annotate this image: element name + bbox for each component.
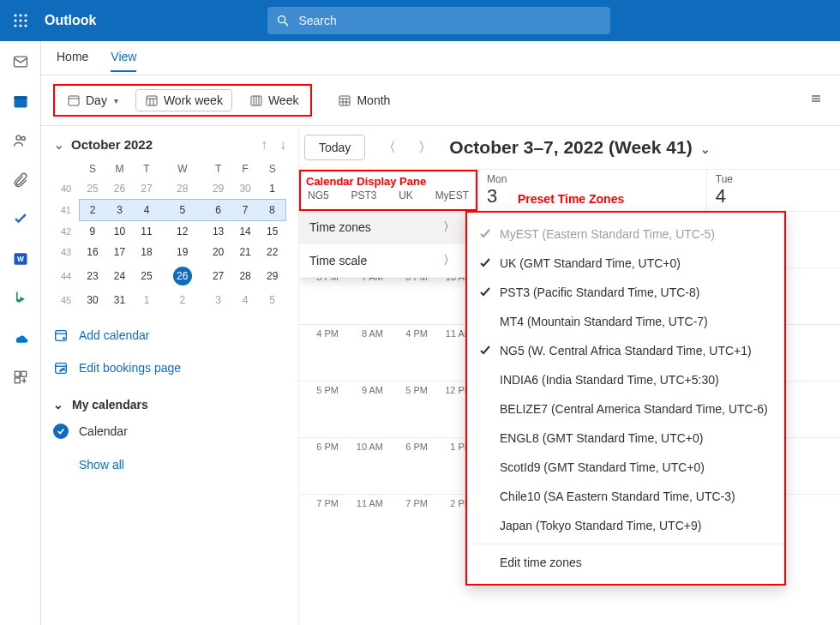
- minical-day[interactable]: 17: [106, 242, 134, 262]
- minical-day[interactable]: 23: [79, 262, 106, 290]
- view-workweek-button[interactable]: Work week: [135, 89, 232, 111]
- flyout-timezones[interactable]: Time zones 〉: [299, 211, 465, 244]
- minical-day[interactable]: 1: [133, 290, 160, 310]
- minical-day[interactable]: 8: [259, 200, 286, 221]
- minical-day[interactable]: 25: [133, 262, 160, 290]
- ribbon-overflow-button[interactable]: [809, 92, 828, 109]
- minical-day[interactable]: 21: [231, 242, 259, 262]
- minical-day[interactable]: 30: [231, 178, 259, 200]
- minical-day[interactable]: 18: [133, 242, 160, 262]
- svg-rect-11: [14, 57, 27, 67]
- rail-mail-icon[interactable]: [12, 53, 29, 70]
- date-range-button[interactable]: October 3–7, 2022 (Week 41) ⌄: [449, 137, 711, 158]
- tz-menu-item[interactable]: PST3 (Pacific Standard Time, UTC-8): [467, 278, 784, 307]
- calendar-checkbox[interactable]: [53, 424, 69, 439]
- view-week-button[interactable]: Week: [241, 89, 308, 111]
- tab-home[interactable]: Home: [57, 50, 88, 70]
- minical-day[interactable]: 11: [133, 221, 160, 243]
- minical-day[interactable]: 3: [106, 200, 134, 221]
- minical-day[interactable]: 4: [231, 290, 259, 310]
- rail-calendar-icon[interactable]: [12, 93, 29, 110]
- minical-day[interactable]: 19: [160, 242, 205, 262]
- tz-menu-item[interactable]: Japan (Tokyo Standard Time, UTC+9): [467, 511, 784, 540]
- minical-day[interactable]: 5: [259, 290, 286, 310]
- tz-menu-item[interactable]: NG5 (W. Central Africa Standard Time, UT…: [467, 336, 784, 365]
- day-header-tue[interactable]: Tue 4: [706, 170, 840, 211]
- minical-day[interactable]: 29: [205, 178, 232, 200]
- tz-menu-item[interactable]: ScotId9 (GMT Standard Time, UTC+0): [467, 453, 784, 482]
- minical-day[interactable]: 29: [259, 262, 286, 290]
- edit-bookings-button[interactable]: Edit bookings page: [53, 360, 286, 376]
- minical-day[interactable]: 10: [106, 221, 134, 243]
- tz-menu-edit[interactable]: Edit time zones: [467, 548, 784, 577]
- minical-day[interactable]: 14: [231, 221, 259, 243]
- add-calendar-button[interactable]: Add calendar: [53, 328, 286, 343]
- view-month-button[interactable]: Month: [329, 90, 399, 111]
- search-input[interactable]: Search: [267, 7, 610, 34]
- rail-files-icon[interactable]: [12, 171, 29, 189]
- minical-prev-button[interactable]: ↑: [261, 137, 267, 153]
- minical-day[interactable]: 7: [231, 200, 259, 221]
- my-calendars-toggle[interactable]: ⌄ My calendars: [53, 398, 286, 412]
- rail-bing-icon[interactable]: [12, 290, 29, 307]
- minical-day[interactable]: 12: [160, 221, 205, 243]
- prev-week-button[interactable]: 〈: [377, 135, 401, 160]
- minical-day[interactable]: 24: [106, 262, 134, 290]
- mini-calendar[interactable]: SMTWTFS402526272829301412345678429101112…: [53, 159, 286, 310]
- minical-day[interactable]: 28: [231, 262, 259, 290]
- next-week-button[interactable]: 〉: [413, 135, 437, 160]
- minical-day[interactable]: 30: [79, 290, 106, 310]
- minical-day[interactable]: 20: [205, 242, 232, 262]
- flyout-timescale[interactable]: Time scale 〉: [299, 244, 465, 278]
- rail-onedrive-icon[interactable]: [12, 329, 29, 346]
- rail-people-icon[interactable]: [12, 132, 29, 149]
- minical-day[interactable]: 22: [259, 242, 286, 262]
- time-label: 6 PM: [299, 438, 344, 494]
- show-all-button[interactable]: Show all: [79, 458, 286, 472]
- tz-menu-item[interactable]: MT4 (Mountain Standard Time, UTC-7): [467, 307, 784, 336]
- view-day-button[interactable]: Day ▾: [58, 89, 127, 111]
- minical-day[interactable]: 3: [205, 290, 232, 310]
- calendar-item[interactable]: Calendar: [53, 424, 286, 439]
- minical-day[interactable]: 31: [106, 290, 134, 310]
- rail-todo-icon[interactable]: [12, 211, 29, 228]
- minical-day[interactable]: 27: [205, 262, 232, 290]
- timezone-header-pane: Calendar Display Pane NG5PST3UKMyEST: [299, 170, 477, 211]
- svg-rect-39: [56, 331, 67, 341]
- minical-day[interactable]: 13: [205, 221, 232, 243]
- minical-day[interactable]: 27: [133, 178, 160, 200]
- minical-day[interactable]: 28: [160, 178, 205, 200]
- svg-point-4: [19, 19, 21, 21]
- today-button[interactable]: Today: [304, 135, 365, 160]
- time-grid[interactable]: Time zones 〉 Time scale 〉 MyEST (Eastern…: [299, 211, 840, 625]
- minical-day[interactable]: 26: [160, 262, 205, 290]
- svg-text:W: W: [17, 255, 24, 263]
- tz-menu-item[interactable]: BELIZE7 (Central America Standard Time, …: [467, 394, 784, 424]
- minical-day[interactable]: 1: [259, 178, 286, 200]
- minical-day[interactable]: 5: [160, 200, 205, 221]
- tab-view[interactable]: View: [111, 50, 136, 72]
- rail-word-icon[interactable]: W: [12, 250, 29, 267]
- svg-rect-18: [15, 371, 20, 376]
- tz-label: UK: [399, 189, 413, 201]
- minical-day[interactable]: 26: [106, 178, 134, 200]
- minical-day[interactable]: 15: [259, 221, 286, 243]
- minical-day[interactable]: 2: [160, 290, 205, 310]
- minical-day[interactable]: 2: [79, 200, 106, 221]
- tz-menu-item[interactable]: INDIA6 (India Standard Time, UTC+5:30): [467, 365, 784, 394]
- minical-next-button[interactable]: ↓: [279, 137, 286, 153]
- minical-day[interactable]: 9: [79, 221, 106, 243]
- day-header-mon[interactable]: Mon 3 Preset Time Zones: [477, 170, 706, 211]
- minical-day[interactable]: 4: [133, 200, 160, 221]
- tz-menu-item[interactable]: Chile10 (SA Eastern Standard Time, UTC-3…: [467, 482, 784, 511]
- app-launcher-button[interactable]: [0, 13, 41, 28]
- tz-menu-item[interactable]: UK (GMT Standard Time, UTC+0): [467, 249, 784, 278]
- tz-menu-item[interactable]: ENGL8 (GMT Standard Time, UTC+0): [467, 424, 784, 453]
- minical-day[interactable]: 25: [79, 178, 106, 200]
- minical-collapse-button[interactable]: ⌄: [53, 136, 64, 153]
- svg-point-3: [14, 19, 16, 21]
- rail-more-apps-icon[interactable]: [12, 369, 29, 386]
- minical-day[interactable]: 16: [79, 242, 106, 262]
- minical-day[interactable]: 6: [205, 200, 232, 221]
- annotation-box-views: Day ▾ Work week Week: [53, 84, 312, 117]
